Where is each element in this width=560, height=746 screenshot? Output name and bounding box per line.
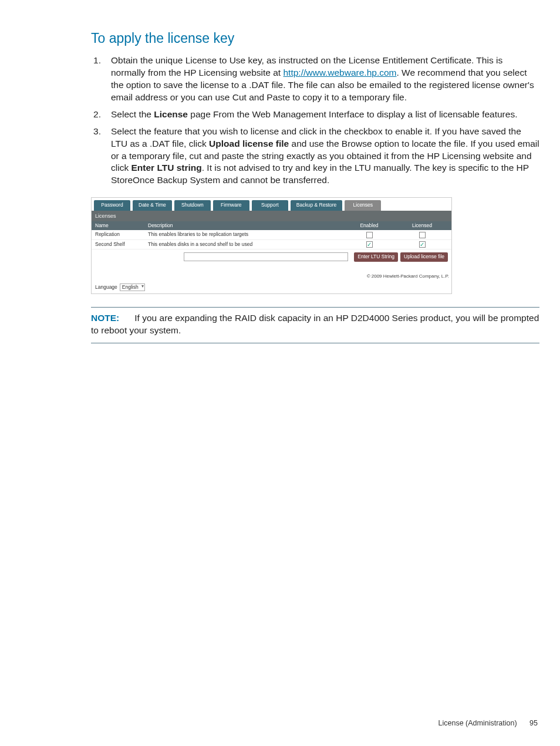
footer-section: License (Administration) — [438, 719, 517, 727]
page-number: 95 — [529, 719, 538, 727]
cell-name: Second Shelf — [92, 239, 144, 249]
page-footer: License (Administration) 95 — [438, 718, 538, 728]
step-2: Select the License page From the Web Man… — [91, 109, 539, 121]
tab-bar: Password Date & Time Shutdown Firmware S… — [92, 198, 451, 210]
cell-enabled — [346, 239, 393, 249]
enter-ltu-button[interactable]: Enter LTU String — [354, 252, 398, 261]
th-name: Name — [92, 221, 144, 230]
note-label: NOTE: — [91, 312, 132, 325]
steps-list: Obtain the unique License to Use key, as… — [91, 55, 539, 187]
note-block: NOTE: If you are expanding the RAID disk… — [91, 312, 539, 337]
table-row: Replication This enables libraries to be… — [92, 230, 451, 239]
tab-datetime[interactable]: Date & Time — [133, 200, 172, 210]
hp-licensing-link[interactable]: http://www.webware.hp.com — [284, 67, 397, 77]
th-enabled: Enabled — [346, 221, 393, 230]
language-row: Language English — [92, 281, 451, 293]
section-heading: To apply the license key — [91, 29, 539, 48]
th-description: Description — [144, 221, 346, 230]
panel-subheader: Licenses — [92, 211, 451, 221]
cell-desc: This enables disks in a second shelf to … — [144, 239, 346, 249]
tab-licenses[interactable]: Licenses — [345, 200, 381, 210]
cell-desc: This enables libraries to be replication… — [144, 230, 346, 239]
tab-support[interactable]: Support — [252, 200, 288, 210]
button-row: Enter LTU String Upload license file — [92, 249, 451, 264]
ltu-string-input[interactable] — [184, 252, 348, 261]
divider — [91, 343, 539, 343]
tab-firmware[interactable]: Firmware — [213, 200, 249, 210]
step2-text-b: page From the Web Management Interface t… — [188, 109, 517, 119]
language-label: Language — [95, 284, 117, 291]
tab-backup-restore[interactable]: Backup & Restore — [291, 200, 343, 210]
checkbox-licensed-replication[interactable] — [419, 232, 426, 238]
language-select[interactable]: English — [120, 283, 145, 291]
embedded-screenshot: Password Date & Time Shutdown Firmware S… — [91, 197, 452, 294]
copyright-text: © 2009 Hewlett-Packard Company, L.P. — [92, 272, 451, 281]
cell-licensed — [393, 239, 451, 249]
note-text: If you are expanding the RAID disk capac… — [91, 313, 539, 335]
step-3: Select the feature that you wish to lice… — [91, 126, 539, 187]
th-licensed: Licensed — [393, 221, 451, 230]
checkbox-licensed-secondshelf[interactable] — [419, 241, 426, 248]
step3-bold1: Upload license file — [209, 139, 289, 148]
tab-shutdown[interactable]: Shutdown — [174, 200, 211, 210]
tab-password[interactable]: Password — [94, 200, 130, 210]
divider — [91, 307, 539, 308]
upload-license-button[interactable]: Upload license file — [400, 252, 448, 261]
checkbox-enabled-replication[interactable] — [366, 232, 373, 238]
step-1: Obtain the unique License to Use key, as… — [91, 55, 539, 104]
table-row: Second Shelf This enables disks in a sec… — [92, 239, 451, 249]
cell-name: Replication — [92, 230, 144, 239]
cell-enabled — [346, 230, 393, 239]
step3-bold2: Enter LTU string — [131, 163, 201, 173]
step2-text-a: Select the — [111, 109, 154, 119]
license-table: Name Description Enabled Licensed Replic… — [92, 221, 451, 249]
cell-licensed — [393, 230, 451, 239]
checkbox-enabled-secondshelf[interactable] — [366, 241, 373, 248]
step2-bold: License — [154, 109, 188, 119]
